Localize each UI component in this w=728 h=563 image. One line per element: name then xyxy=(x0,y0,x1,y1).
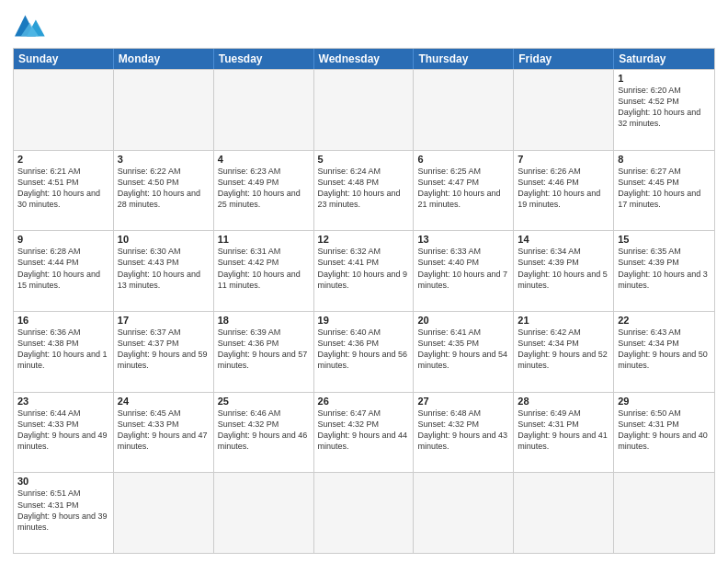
day-info: Sunrise: 6:42 AM Sunset: 4:34 PM Dayligh… xyxy=(518,327,609,372)
day-number: 2 xyxy=(17,154,109,165)
day-number: 6 xyxy=(417,154,509,165)
day-info: Sunrise: 6:35 AM Sunset: 4:39 PM Dayligh… xyxy=(618,246,711,291)
calendar-cell: 16Sunrise: 6:36 AM Sunset: 4:38 PM Dayli… xyxy=(14,312,114,392)
day-info: Sunrise: 6:21 AM Sunset: 4:51 PM Dayligh… xyxy=(17,166,109,211)
calendar-cell: 7Sunrise: 6:26 AM Sunset: 4:46 PM Daylig… xyxy=(514,151,614,231)
calendar-cell: 4Sunrise: 6:23 AM Sunset: 4:49 PM Daylig… xyxy=(214,151,314,231)
day-number: 5 xyxy=(318,154,410,165)
day-number: 8 xyxy=(618,154,711,165)
day-info: Sunrise: 6:41 AM Sunset: 4:35 PM Dayligh… xyxy=(417,327,509,372)
day-info: Sunrise: 6:24 AM Sunset: 4:48 PM Dayligh… xyxy=(318,166,410,211)
calendar-cell xyxy=(614,473,714,553)
calendar-row-1: 1Sunrise: 6:20 AM Sunset: 4:52 PM Daylig… xyxy=(14,69,714,150)
calendar-cell: 11Sunrise: 6:31 AM Sunset: 4:42 PM Dayli… xyxy=(214,231,314,311)
day-number: 25 xyxy=(218,396,310,407)
day-number: 15 xyxy=(618,234,711,245)
day-number: 28 xyxy=(518,396,609,407)
day-number: 26 xyxy=(318,396,410,407)
day-info: Sunrise: 6:47 AM Sunset: 4:32 PM Dayligh… xyxy=(318,408,410,453)
calendar-cell: 17Sunrise: 6:37 AM Sunset: 4:37 PM Dayli… xyxy=(114,312,214,392)
day-number: 3 xyxy=(118,154,210,165)
day-info: Sunrise: 6:30 AM Sunset: 4:43 PM Dayligh… xyxy=(118,246,210,291)
calendar-cell: 27Sunrise: 6:48 AM Sunset: 4:32 PM Dayli… xyxy=(414,393,514,473)
day-number: 30 xyxy=(17,476,109,487)
day-info: Sunrise: 6:27 AM Sunset: 4:45 PM Dayligh… xyxy=(618,166,711,211)
calendar-cell xyxy=(414,473,514,553)
day-info: Sunrise: 6:20 AM Sunset: 4:52 PM Dayligh… xyxy=(618,85,711,130)
day-number: 17 xyxy=(118,315,210,326)
day-number: 21 xyxy=(518,315,609,326)
day-info: Sunrise: 6:26 AM Sunset: 4:46 PM Dayligh… xyxy=(518,166,609,211)
day-number: 20 xyxy=(417,315,509,326)
day-info: Sunrise: 6:44 AM Sunset: 4:33 PM Dayligh… xyxy=(17,408,109,453)
calendar-row-6: 30Sunrise: 6:51 AM Sunset: 4:31 PM Dayli… xyxy=(14,472,714,553)
calendar-cell xyxy=(214,70,314,150)
day-number: 11 xyxy=(218,234,310,245)
day-info: Sunrise: 6:46 AM Sunset: 4:32 PM Dayligh… xyxy=(218,408,310,453)
calendar-cell: 3Sunrise: 6:22 AM Sunset: 4:50 PM Daylig… xyxy=(114,151,214,231)
day-info: Sunrise: 6:32 AM Sunset: 4:41 PM Dayligh… xyxy=(318,246,410,291)
calendar-cell xyxy=(14,70,114,150)
day-number: 13 xyxy=(417,234,509,245)
day-number: 12 xyxy=(318,234,410,245)
weekday-header-wednesday: Wednesday xyxy=(314,49,415,69)
calendar-cell: 20Sunrise: 6:41 AM Sunset: 4:35 PM Dayli… xyxy=(414,312,514,392)
logo-icon xyxy=(15,13,48,39)
calendar-cell: 29Sunrise: 6:50 AM Sunset: 4:31 PM Dayli… xyxy=(614,393,714,473)
day-info: Sunrise: 6:39 AM Sunset: 4:36 PM Dayligh… xyxy=(218,327,310,372)
day-number: 1 xyxy=(618,73,711,84)
calendar-cell: 26Sunrise: 6:47 AM Sunset: 4:32 PM Dayli… xyxy=(314,393,415,473)
day-number: 27 xyxy=(417,396,509,407)
header xyxy=(13,9,715,42)
weekday-header-monday: Monday xyxy=(114,49,214,69)
calendar-cell: 30Sunrise: 6:51 AM Sunset: 4:31 PM Dayli… xyxy=(14,473,114,553)
calendar-header: SundayMondayTuesdayWednesdayThursdayFrid… xyxy=(14,49,714,69)
day-number: 14 xyxy=(518,234,609,245)
day-number: 24 xyxy=(118,396,210,407)
calendar: SundayMondayTuesdayWednesdayThursdayFrid… xyxy=(13,48,715,554)
weekday-header-friday: Friday xyxy=(514,49,614,69)
day-info: Sunrise: 6:25 AM Sunset: 4:47 PM Dayligh… xyxy=(417,166,509,211)
weekday-header-sunday: Sunday xyxy=(14,49,114,69)
day-number: 19 xyxy=(318,315,410,326)
calendar-cell xyxy=(514,473,614,553)
page: SundayMondayTuesdayWednesdayThursdayFrid… xyxy=(0,0,728,563)
calendar-cell: 2Sunrise: 6:21 AM Sunset: 4:51 PM Daylig… xyxy=(14,151,114,231)
day-info: Sunrise: 6:37 AM Sunset: 4:37 PM Dayligh… xyxy=(118,327,210,372)
calendar-cell: 1Sunrise: 6:20 AM Sunset: 4:52 PM Daylig… xyxy=(614,70,714,150)
day-info: Sunrise: 6:51 AM Sunset: 4:31 PM Dayligh… xyxy=(17,488,109,533)
calendar-cell: 13Sunrise: 6:33 AM Sunset: 4:40 PM Dayli… xyxy=(414,231,514,311)
calendar-cell: 10Sunrise: 6:30 AM Sunset: 4:43 PM Dayli… xyxy=(114,231,214,311)
day-info: Sunrise: 6:50 AM Sunset: 4:31 PM Dayligh… xyxy=(618,408,711,453)
day-number: 29 xyxy=(618,396,711,407)
weekday-header-tuesday: Tuesday xyxy=(214,49,314,69)
day-info: Sunrise: 6:31 AM Sunset: 4:42 PM Dayligh… xyxy=(218,246,310,291)
day-number: 16 xyxy=(17,315,109,326)
day-info: Sunrise: 6:28 AM Sunset: 4:44 PM Dayligh… xyxy=(17,246,109,291)
calendar-cell: 22Sunrise: 6:43 AM Sunset: 4:34 PM Dayli… xyxy=(614,312,714,392)
day-number: 18 xyxy=(218,315,310,326)
calendar-cell: 19Sunrise: 6:40 AM Sunset: 4:36 PM Dayli… xyxy=(314,312,415,392)
day-info: Sunrise: 6:23 AM Sunset: 4:49 PM Dayligh… xyxy=(218,166,310,211)
day-info: Sunrise: 6:34 AM Sunset: 4:39 PM Dayligh… xyxy=(518,246,609,291)
calendar-cell xyxy=(114,473,214,553)
logo xyxy=(13,13,48,42)
calendar-cell: 28Sunrise: 6:49 AM Sunset: 4:31 PM Dayli… xyxy=(514,393,614,473)
day-info: Sunrise: 6:43 AM Sunset: 4:34 PM Dayligh… xyxy=(618,327,711,372)
calendar-cell xyxy=(214,473,314,553)
day-info: Sunrise: 6:36 AM Sunset: 4:38 PM Dayligh… xyxy=(17,327,109,372)
day-number: 7 xyxy=(518,154,609,165)
day-number: 10 xyxy=(118,234,210,245)
calendar-cell xyxy=(414,70,514,150)
calendar-row-2: 2Sunrise: 6:21 AM Sunset: 4:51 PM Daylig… xyxy=(14,150,714,231)
calendar-cell: 12Sunrise: 6:32 AM Sunset: 4:41 PM Dayli… xyxy=(314,231,415,311)
calendar-cell xyxy=(314,70,415,150)
calendar-cell: 25Sunrise: 6:46 AM Sunset: 4:32 PM Dayli… xyxy=(214,393,314,473)
day-info: Sunrise: 6:40 AM Sunset: 4:36 PM Dayligh… xyxy=(318,327,410,372)
day-number: 4 xyxy=(218,154,310,165)
weekday-header-saturday: Saturday xyxy=(614,49,714,69)
calendar-cell: 18Sunrise: 6:39 AM Sunset: 4:36 PM Dayli… xyxy=(214,312,314,392)
calendar-row-5: 23Sunrise: 6:44 AM Sunset: 4:33 PM Dayli… xyxy=(14,392,714,473)
calendar-cell: 21Sunrise: 6:42 AM Sunset: 4:34 PM Dayli… xyxy=(514,312,614,392)
day-info: Sunrise: 6:22 AM Sunset: 4:50 PM Dayligh… xyxy=(118,166,210,211)
